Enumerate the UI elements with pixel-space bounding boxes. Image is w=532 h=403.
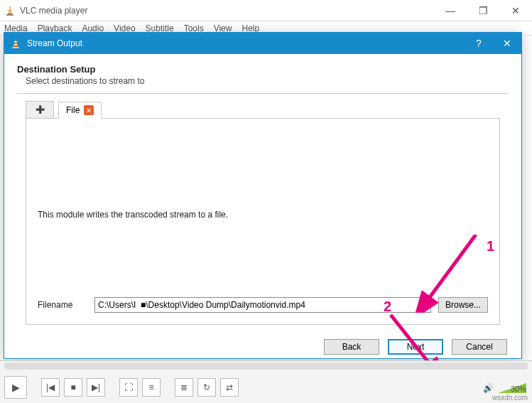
app-title: VLC media player: [20, 6, 434, 16]
svg-marker-0: [8, 6, 12, 14]
dialog-help-button[interactable]: [465, 38, 493, 49]
seek-bar[interactable]: [4, 362, 528, 370]
dialog-body: Destination Setup Select destinations to…: [4, 54, 521, 332]
vlc-cone-icon: [4, 5, 16, 16]
file-destination-panel: This module writes the transcoded stream…: [26, 119, 500, 325]
tab-file[interactable]: File ✕: [58, 102, 102, 119]
extended-settings-button[interactable]: ≡: [142, 378, 161, 397]
filename-row: Filename Browse...: [38, 297, 488, 313]
dialog-close-button[interactable]: [493, 38, 521, 49]
close-button[interactable]: [499, 0, 532, 21]
stream-output-dialog: Stream Output Destination Setup Select d…: [4, 32, 522, 359]
fullscreen-button[interactable]: ⛶: [119, 378, 138, 397]
divider: [17, 93, 509, 94]
next-button[interactable]: Next: [388, 339, 443, 355]
module-description: This module writes the transcoded stream…: [38, 210, 488, 220]
destination-setup-subheader: Select destinations to stream to: [26, 76, 509, 86]
svg-rect-5: [12, 47, 19, 48]
shuffle-button[interactable]: ⇄: [220, 378, 239, 397]
svg-rect-2: [9, 9, 11, 10]
filename-input[interactable]: [94, 297, 431, 313]
filename-label: Filename: [38, 300, 87, 310]
window-controls: [434, 0, 532, 21]
svg-rect-7: [14, 44, 18, 45]
back-button[interactable]: Back: [324, 339, 379, 355]
destination-tabstrip: ✚ File ✕: [26, 101, 500, 119]
playlist-button[interactable]: ≣: [175, 378, 193, 397]
minimize-button[interactable]: [434, 0, 467, 21]
dialog-titlebar: Stream Output: [4, 33, 521, 54]
add-destination-tab-button[interactable]: ✚: [26, 101, 54, 118]
dialog-title: Stream Output: [27, 38, 465, 48]
browse-button[interactable]: Browse...: [438, 297, 488, 313]
svg-rect-1: [6, 14, 13, 16]
destination-setup-header: Destination Setup: [17, 64, 509, 75]
tab-close-icon[interactable]: ✕: [84, 105, 94, 115]
next-button[interactable]: ▶|: [87, 378, 105, 397]
dialog-button-row: Back Next Cancel: [4, 332, 521, 362]
vlc-cone-icon: [10, 38, 21, 49]
volume-percent: 30%: [511, 385, 526, 393]
speaker-icon: 🔊: [483, 383, 494, 393]
player-controls-bar: ▶ |◀ ■ ▶| ⛶ ≡ ≣ ↻ ⇄ 🔊 30% wsxdn.com: [0, 360, 532, 403]
svg-marker-4: [13, 38, 18, 47]
app-titlebar: VLC media player: [0, 0, 532, 21]
svg-rect-6: [14, 41, 17, 43]
previous-button[interactable]: |◀: [41, 378, 60, 397]
stop-button[interactable]: ■: [64, 378, 82, 397]
watermark: wsxdn.com: [492, 394, 528, 402]
cancel-button[interactable]: Cancel: [452, 339, 507, 355]
tab-file-label: File: [66, 105, 80, 115]
svg-rect-3: [9, 11, 12, 13]
loop-button[interactable]: ↻: [197, 378, 216, 397]
restore-button[interactable]: [467, 0, 499, 21]
play-button[interactable]: ▶: [4, 376, 27, 399]
